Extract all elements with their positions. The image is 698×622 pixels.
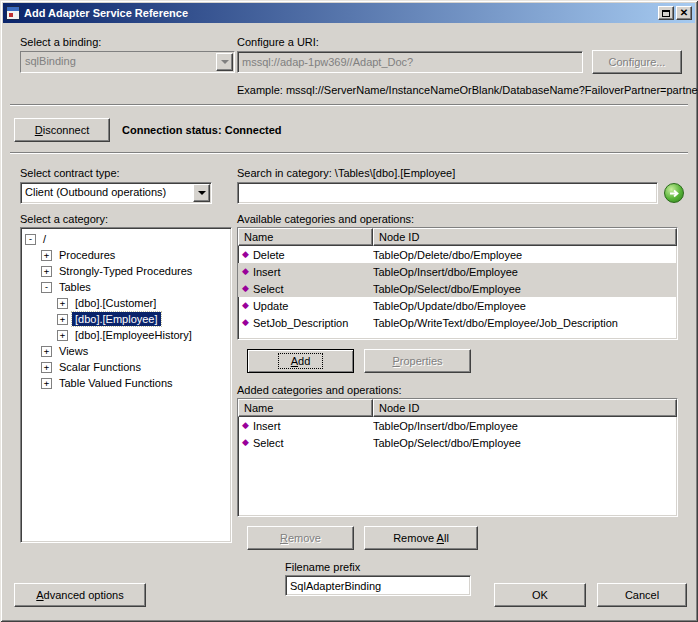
tree-item-label[interactable]: Table Valued Functions [56, 376, 176, 390]
chevron-down-icon [221, 60, 229, 68]
window-title: Add Adapter Service Reference [24, 7, 188, 19]
operation-node-id: TableOp/Select/dbo/Employee [373, 283, 677, 295]
expand-icon[interactable]: + [41, 346, 52, 357]
operation-node-id: TableOp/Select/dbo/Employee [373, 437, 677, 449]
uri-input[interactable] [237, 51, 583, 73]
added-table[interactable]: Name Node ID ◆InsertTableOp/Insert/dbo/E… [237, 398, 678, 517]
tree-item[interactable]: +[dbo].[EmployeeHistory] [21, 327, 231, 343]
tree-item-label[interactable]: / [40, 232, 49, 246]
operation-name: Select [253, 437, 284, 449]
contract-type-value: Client (Outbound operations) [21, 183, 211, 203]
binding-combobox[interactable]: sqlBinding [20, 51, 235, 73]
operation-name: Insert [253, 266, 281, 278]
expand-icon[interactable]: + [41, 362, 52, 373]
expand-icon[interactable]: + [41, 378, 52, 389]
tree-item-label[interactable]: [dbo].[Employee] [72, 312, 161, 326]
category-tree[interactable]: -/+Procedures+Strongly-Typed Procedures-… [20, 227, 232, 543]
add-button[interactable]: Add [247, 349, 354, 373]
maximize-icon [662, 10, 670, 17]
tree-item-label[interactable]: [dbo].[EmployeeHistory] [72, 328, 195, 342]
table-row[interactable]: ◆InsertTableOp/Insert/dbo/Employee [238, 417, 677, 434]
connection-status: Connection status: Connected [122, 124, 282, 136]
remove-button[interactable]: Remove [247, 526, 354, 550]
column-header-node-id[interactable]: Node ID [373, 399, 677, 417]
table-row[interactable]: ◆SelectTableOp/Select/dbo/Employee [238, 434, 677, 451]
binding-combobox-dropdown[interactable] [216, 53, 233, 71]
tree-item-label[interactable]: Views [56, 344, 91, 358]
expand-icon[interactable]: + [57, 298, 68, 309]
column-header-name[interactable]: Name [238, 399, 373, 417]
tree-item[interactable]: -/ [21, 231, 231, 247]
uri-example-text: Example: mssql://ServerName/InstanceName… [237, 84, 698, 96]
table-row[interactable]: ◆SetJob_DescriptionTableOp/WriteText/dbo… [238, 314, 677, 331]
tree-item[interactable]: +Scalar Functions [21, 359, 231, 375]
table-row[interactable]: ◆InsertTableOp/Insert/dbo/Employee [238, 263, 677, 280]
close-icon: ✕ [680, 8, 688, 18]
available-table[interactable]: Name Node ID ◆DeleteTableOp/Delete/dbo/E… [237, 227, 678, 340]
available-table-header: Name Node ID [238, 228, 677, 246]
tree-item[interactable]: +Table Valued Functions [21, 375, 231, 391]
column-header-node-id[interactable]: Node ID [373, 228, 677, 246]
operation-icon: ◆ [242, 284, 249, 293]
remove-all-button[interactable]: Remove All [364, 526, 478, 550]
titlebar[interactable]: Add Adapter Service Reference ✕ [3, 3, 695, 23]
collapse-icon[interactable]: - [25, 234, 36, 245]
maximize-button[interactable] [658, 6, 674, 20]
advanced-options-button[interactable]: Advanced options [14, 583, 146, 607]
filename-prefix-label: Filename prefix [285, 561, 360, 573]
chevron-down-icon [198, 191, 206, 199]
operation-node-id: TableOp/Update/dbo/Employee [373, 300, 677, 312]
expand-icon[interactable]: + [41, 266, 52, 277]
connection-status-label: Connection status: [122, 124, 222, 136]
expand-icon[interactable]: + [57, 314, 68, 325]
operation-name: Select [253, 283, 284, 295]
uri-label: Configure a URI: [237, 36, 319, 48]
tree-item-label[interactable]: Strongly-Typed Procedures [56, 264, 195, 278]
disconnect-button[interactable]: Disconnect [14, 118, 110, 142]
properties-button[interactable]: Properties [364, 349, 471, 373]
operation-icon: ◆ [242, 421, 249, 430]
operation-name: Delete [253, 249, 285, 261]
expand-icon[interactable]: + [57, 330, 68, 341]
search-input[interactable] [237, 182, 658, 204]
table-row[interactable]: ◆UpdateTableOp/Update/dbo/Employee [238, 297, 677, 314]
tree-item[interactable]: +[dbo].[Employee] [21, 311, 231, 327]
operation-name: Insert [253, 420, 281, 432]
category-label: Select a category: [20, 213, 108, 225]
connection-status-value: Connected [225, 124, 282, 136]
column-header-name[interactable]: Name [238, 228, 373, 246]
contract-type-dropdown[interactable] [193, 184, 210, 202]
search-go-button[interactable] [664, 183, 684, 203]
operation-name: Update [253, 300, 288, 312]
operation-node-id: TableOp/WriteText/dbo/Employee/Job_Descr… [373, 317, 677, 329]
app-icon [6, 6, 20, 20]
tree-item[interactable]: +Views [21, 343, 231, 359]
operation-icon: ◆ [242, 438, 249, 447]
added-label: Added categories and operations: [237, 384, 402, 396]
table-row[interactable]: ◆DeleteTableOp/Delete/dbo/Employee [238, 246, 677, 263]
tree-item-label[interactable]: Tables [56, 280, 94, 294]
tree-item-label[interactable]: Procedures [56, 248, 118, 262]
tree-item[interactable]: +[dbo].[Customer] [21, 295, 231, 311]
available-label: Available categories and operations: [237, 213, 414, 225]
search-category-label: Search in category: \Tables\[dbo].[Emplo… [237, 167, 455, 179]
close-button[interactable]: ✕ [676, 6, 692, 20]
binding-label: Select a binding: [20, 36, 101, 48]
add-adapter-service-reference-dialog: Add Adapter Service Reference ✕ Select a… [0, 0, 698, 622]
contract-type-combobox[interactable]: Client (Outbound operations) [20, 182, 212, 204]
filename-prefix-input[interactable] [285, 575, 471, 596]
tree-item[interactable]: +Procedures [21, 247, 231, 263]
tree-item[interactable]: +Strongly-Typed Procedures [21, 263, 231, 279]
cancel-button[interactable]: Cancel [597, 583, 687, 607]
configure-button[interactable]: Configure... [592, 50, 682, 74]
tree-item[interactable]: -Tables [21, 279, 231, 295]
tree-item-label[interactable]: Scalar Functions [56, 360, 144, 374]
arrow-right-icon [669, 188, 680, 199]
expand-icon[interactable]: + [41, 250, 52, 261]
table-row[interactable]: ◆SelectTableOp/Select/dbo/Employee [238, 280, 677, 297]
contract-type-label: Select contract type: [20, 167, 120, 179]
operation-name: SetJob_Description [253, 317, 348, 329]
tree-item-label[interactable]: [dbo].[Customer] [72, 296, 159, 310]
collapse-icon[interactable]: - [41, 282, 52, 293]
ok-button[interactable]: OK [494, 583, 586, 607]
